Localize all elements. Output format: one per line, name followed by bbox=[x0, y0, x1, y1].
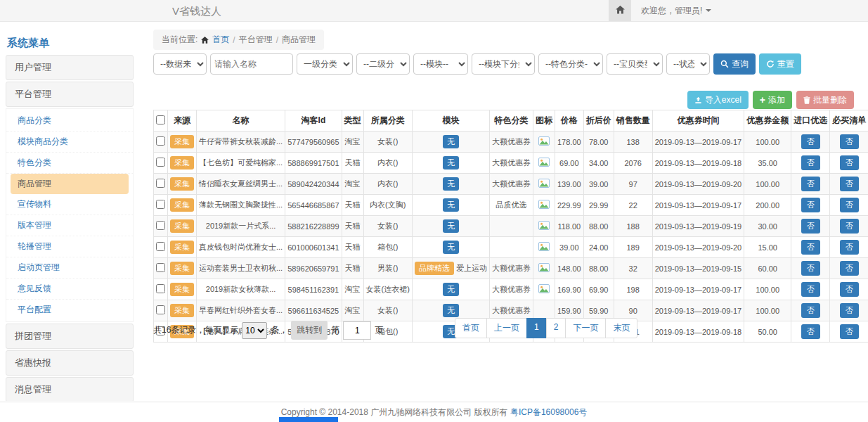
must-buy-toggle[interactable]: 否 bbox=[840, 177, 859, 191]
reset-button[interactable]: 重置 bbox=[759, 53, 801, 75]
jump-to-button[interactable]: 跳转到 bbox=[291, 321, 328, 340]
sidebar-section-消息管理[interactable]: 消息管理 bbox=[6, 377, 134, 401]
user-menu[interactable]: 欢迎您，管理员! bbox=[641, 5, 711, 17]
sidebar-section-平台管理[interactable]: 平台管理 bbox=[6, 82, 134, 107]
per-page-select[interactable]: 10 bbox=[242, 322, 267, 339]
sales-count: 138 bbox=[614, 132, 652, 153]
must-buy-toggle[interactable]: 否 bbox=[840, 261, 859, 276]
row-checkbox[interactable] bbox=[156, 136, 165, 146]
import-optional-toggle[interactable]: 否 bbox=[801, 134, 820, 149]
filter-select[interactable]: --数据来源-- bbox=[153, 53, 207, 75]
page-button-2[interactable]: 2 bbox=[546, 318, 566, 338]
must-buy-toggle[interactable]: 否 bbox=[840, 198, 859, 212]
must-buy-toggle[interactable]: 否 bbox=[840, 134, 859, 149]
product-type: 淘宝 bbox=[342, 174, 363, 195]
select-all-checkbox[interactable] bbox=[156, 115, 165, 124]
sidebar-item[interactable]: 平台配置 bbox=[6, 300, 133, 320]
page-button-1[interactable]: 1 bbox=[526, 318, 547, 338]
page-button-上一页[interactable]: 上一页 bbox=[486, 318, 527, 338]
sidebar-item[interactable]: 意见反馈 bbox=[6, 279, 133, 300]
sidebar-item[interactable]: 启动页管理 bbox=[6, 257, 133, 279]
product-thumb-icon bbox=[538, 223, 550, 231]
sales-count: 188 bbox=[614, 216, 652, 237]
row-checkbox[interactable] bbox=[156, 200, 165, 209]
module-badge: 无 bbox=[443, 283, 459, 296]
import-optional-toggle[interactable]: 否 bbox=[801, 155, 820, 170]
thumb-cell bbox=[533, 258, 555, 279]
sidebar-section-拼团管理[interactable]: 拼团管理 bbox=[6, 324, 134, 349]
table-row: 采集2019新款一片式系...588216228899天猫女装()无118.00… bbox=[154, 216, 868, 237]
sidebar-section-省惠快报[interactable]: 省惠快报 bbox=[6, 350, 134, 376]
row-checkbox[interactable] bbox=[156, 263, 165, 272]
filter-select[interactable]: --状态-- bbox=[666, 53, 710, 75]
sidebar-item[interactable]: 商品分类 bbox=[6, 110, 133, 132]
row-checkbox[interactable] bbox=[156, 221, 165, 230]
import-optional-toggle[interactable]: 否 bbox=[801, 198, 820, 212]
pagination: 首页上一页12下一页末页 bbox=[455, 318, 637, 338]
source-badge: 采集 bbox=[170, 156, 194, 170]
sidebar-item[interactable]: 商品管理 bbox=[11, 174, 129, 194]
icp-link[interactable]: 粤ICP备16098006号 bbox=[510, 407, 587, 417]
module-badge: 无 bbox=[443, 304, 459, 317]
welcome-text: 欢迎您，管理员! bbox=[641, 5, 702, 17]
filter-select[interactable]: --宝贝类型-- bbox=[607, 53, 663, 75]
must-buy-toggle[interactable]: 否 bbox=[840, 155, 859, 170]
row-checkbox[interactable] bbox=[156, 158, 165, 167]
import-optional-cell: 否 bbox=[791, 279, 830, 300]
must-buy-toggle[interactable]: 否 bbox=[840, 303, 859, 318]
discount-price: 88.00 bbox=[583, 216, 614, 237]
page-button-下一页[interactable]: 下一页 bbox=[565, 318, 606, 338]
sidebar-item[interactable]: 轮播管理 bbox=[6, 236, 133, 257]
filter-select[interactable]: --特色分类-- bbox=[538, 53, 603, 75]
module-cell: 无 bbox=[412, 216, 489, 237]
source-cell: 采集 bbox=[168, 153, 197, 174]
filter-select[interactable]: --二级分类-- bbox=[356, 53, 410, 75]
home-button[interactable] bbox=[609, 0, 631, 21]
filter-select[interactable]: --模块下分类-- bbox=[472, 53, 535, 75]
search-button[interactable]: 查询 bbox=[713, 53, 756, 75]
import-optional-toggle[interactable]: 否 bbox=[801, 261, 820, 276]
import-excel-button[interactable]: 导入excel bbox=[687, 91, 749, 109]
home-icon bbox=[201, 37, 209, 44]
discount-price: 34.00 bbox=[583, 153, 614, 174]
import-optional-toggle[interactable]: 否 bbox=[801, 240, 820, 255]
page-button-首页[interactable]: 首页 bbox=[455, 318, 487, 338]
product-thumb-icon bbox=[538, 181, 550, 189]
import-optional-toggle[interactable]: 否 bbox=[801, 177, 820, 191]
import-optional-toggle[interactable]: 否 bbox=[801, 282, 820, 297]
must-buy-toggle[interactable]: 否 bbox=[840, 324, 859, 339]
row-checkbox[interactable] bbox=[156, 242, 165, 251]
sidebar-section-用户管理[interactable]: 用户管理 bbox=[6, 55, 134, 80]
product-name-input[interactable] bbox=[210, 53, 293, 75]
import-optional-toggle[interactable]: 否 bbox=[801, 324, 820, 339]
filter-select[interactable]: 一级分类 bbox=[297, 53, 353, 75]
plus-icon: + bbox=[760, 94, 765, 106]
breadcrumb-home-link[interactable]: 首页 bbox=[212, 34, 229, 46]
row-checkbox[interactable] bbox=[156, 179, 165, 188]
product-type: 天猫 bbox=[342, 195, 363, 216]
table-row: 采集薄款无钢圈文胸聚拢性...565446685867天猫内衣(文胸)无品质优选… bbox=[154, 195, 868, 216]
sidebar-item[interactable]: 宣传物料 bbox=[6, 194, 133, 215]
page-number-input[interactable] bbox=[343, 321, 371, 340]
chevron-down-icon bbox=[706, 9, 711, 12]
import-optional-toggle[interactable]: 否 bbox=[801, 219, 820, 234]
import-optional-toggle[interactable]: 否 bbox=[801, 303, 820, 318]
sidebar-item[interactable]: 特色分类 bbox=[6, 153, 133, 174]
sidebar-item[interactable]: 版本管理 bbox=[6, 215, 133, 236]
feature-category bbox=[489, 216, 533, 237]
must-buy-toggle[interactable]: 否 bbox=[840, 219, 859, 234]
product-name: 早春网红针织外套女春... bbox=[197, 300, 285, 321]
price: 148.00 bbox=[555, 258, 583, 279]
row-checkbox[interactable] bbox=[156, 284, 165, 293]
row-checkbox[interactable] bbox=[156, 305, 165, 314]
must-buy-toggle[interactable]: 否 bbox=[840, 240, 859, 255]
sidebar-title: 系统菜单 bbox=[6, 35, 134, 55]
sidebar-item[interactable]: 模块商品分类 bbox=[6, 132, 133, 153]
add-button[interactable]: + 添加 bbox=[753, 91, 792, 109]
page-button-末页[interactable]: 末页 bbox=[605, 318, 637, 338]
taoke-id: 588216228899 bbox=[285, 216, 342, 237]
batch-delete-button[interactable]: 批量删除 bbox=[796, 91, 854, 109]
module-cell: 品牌精选 爱上运动 bbox=[412, 258, 489, 279]
must-buy-toggle[interactable]: 否 bbox=[840, 282, 859, 297]
filter-select[interactable]: --模块-- bbox=[413, 53, 468, 75]
